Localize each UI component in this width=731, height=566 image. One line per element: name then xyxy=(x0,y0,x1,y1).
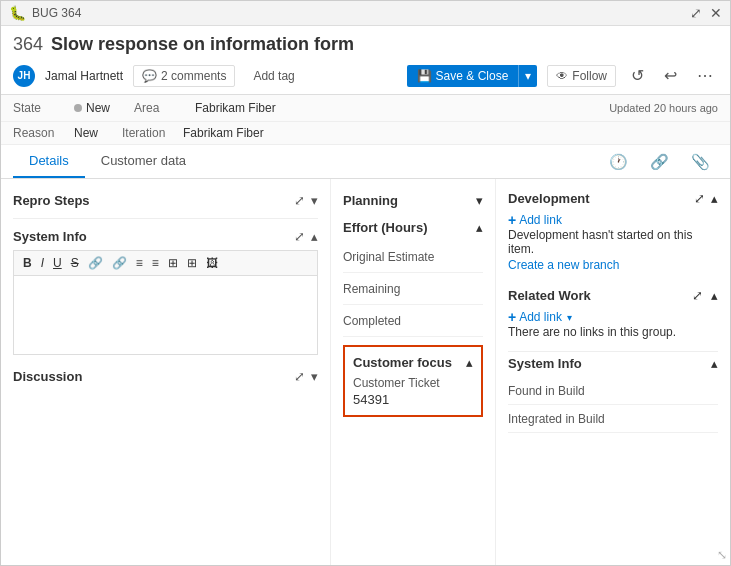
left-panel: Repro Steps ⤢ ▾ System Info ⤢ ▴ B I U S … xyxy=(1,179,331,566)
image-button[interactable]: 🖼 xyxy=(203,255,221,271)
more-icon[interactable]: ⋯ xyxy=(692,63,718,88)
tab-customer-data[interactable]: Customer data xyxy=(85,145,202,178)
repro-collapse-icon[interactable]: ▾ xyxy=(311,193,318,208)
comments-icon: 💬 xyxy=(142,69,157,83)
planning-collapse-icon[interactable]: ▾ xyxy=(476,193,483,208)
related-collapse-icon[interactable]: ▴ xyxy=(711,288,718,303)
system-info-controls: ⤢ ▴ xyxy=(294,229,318,244)
dev-add-link-label: Add link xyxy=(519,213,562,227)
discussion-controls: ⤢ ▾ xyxy=(294,369,318,384)
area-item: Area Fabrikam Fiber xyxy=(134,101,276,115)
bold-button[interactable]: B xyxy=(20,255,35,271)
customer-focus-header: Customer focus ▴ xyxy=(353,355,473,376)
dev-collapse-icon[interactable]: ▴ xyxy=(711,191,718,206)
save-close-label: Save & Close xyxy=(436,69,509,83)
add-tag-button[interactable]: Add tag xyxy=(245,66,302,86)
meta-row-2: Reason New Iteration Fabrikam Fiber xyxy=(1,122,730,145)
history-icon[interactable]: 🕐 xyxy=(601,149,636,175)
list-button[interactable]: ≡ xyxy=(133,255,146,271)
insert-link-button[interactable]: 🔗 xyxy=(109,255,130,271)
editor-toolbar: B I U S 🔗 🔗 ≡ ≡ ⊞ ⊞ 🖼 xyxy=(13,250,318,275)
bug-name: Slow response on information form xyxy=(51,34,354,55)
repro-expand-icon[interactable]: ⤢ xyxy=(294,193,305,208)
system-info-header: System Info ⤢ ▴ xyxy=(13,223,318,250)
sys-expand-icon[interactable]: ⤢ xyxy=(294,229,305,244)
tab-details[interactable]: Details xyxy=(13,145,85,178)
reason-value[interactable]: New xyxy=(74,126,98,140)
customer-ticket-value[interactable]: 54391 xyxy=(353,392,473,407)
strikethrough-button[interactable]: S xyxy=(68,255,82,271)
comments-count: 2 comments xyxy=(161,69,226,83)
related-add-link-button[interactable]: + Add link ▾ xyxy=(508,309,718,325)
toolbar: JH Jamal Hartnett 💬 2 comments Add tag 💾… xyxy=(13,63,718,88)
undo-icon[interactable]: ↩ xyxy=(659,63,682,88)
area-value[interactable]: Fabrikam Fiber xyxy=(195,101,276,115)
system-info-right-section: System Info ▴ Found in Build Integrated … xyxy=(508,351,718,433)
ordered-list-button[interactable]: ≡ xyxy=(149,255,162,271)
plus-icon: + xyxy=(508,212,516,228)
separator-1 xyxy=(13,218,318,219)
comments-button[interactable]: 💬 2 comments xyxy=(133,65,235,87)
completed-item: Completed xyxy=(343,305,483,337)
integrated-in-build-item: Integrated in Build xyxy=(508,405,718,433)
indent-button[interactable]: ⊞ xyxy=(165,255,181,271)
sys-collapse-icon[interactable]: ▴ xyxy=(311,229,318,244)
sys-info-right-header: System Info ▴ xyxy=(508,351,718,377)
sys-info-right-title: System Info xyxy=(508,356,582,371)
underline-button[interactable]: U xyxy=(50,255,65,271)
expand-icon[interactable]: ⤢ xyxy=(690,5,702,21)
related-dropdown-icon[interactable]: ▾ xyxy=(567,312,572,323)
title-bar-text: BUG 364 xyxy=(32,6,684,20)
middle-panel: Planning ▾ Effort (Hours) ▴ Original Est… xyxy=(331,179,496,566)
title-bar-actions: ⤢ ✕ xyxy=(690,5,722,21)
attachment-icon[interactable]: 📎 xyxy=(683,149,718,175)
dev-header-controls: ⤢ ▴ xyxy=(694,191,718,206)
save-close-dropdown[interactable]: ▾ xyxy=(518,65,537,87)
development-section: Development ⤢ ▴ + Add link Development h… xyxy=(508,187,718,272)
close-icon[interactable]: ✕ xyxy=(710,5,722,21)
outdent-button[interactable]: ⊞ xyxy=(184,255,200,271)
effort-header: Effort (Hours) ▴ xyxy=(343,214,483,241)
dev-message: Development hasn't started on this item. xyxy=(508,228,718,256)
follow-button[interactable]: 👁 Follow xyxy=(547,65,616,87)
save-icon: 💾 xyxy=(417,69,432,83)
save-close-main[interactable]: 💾 Save & Close xyxy=(407,65,519,87)
bug-id: 364 xyxy=(13,34,43,55)
reason-label: Reason xyxy=(13,126,68,140)
sys-collapse-icon[interactable]: ▴ xyxy=(711,356,718,371)
avatar: JH xyxy=(13,65,35,87)
related-add-link-label: Add link xyxy=(519,310,562,324)
title-bar: 🐛 BUG 364 ⤢ ✕ xyxy=(1,1,730,26)
state-value[interactable]: New xyxy=(74,101,110,115)
repro-steps-title: Repro Steps xyxy=(13,193,90,208)
planning-title: Planning xyxy=(343,193,398,208)
system-info-editor[interactable] xyxy=(13,275,318,355)
dev-action[interactable]: Create a new branch xyxy=(508,258,718,272)
customer-focus-collapse-icon[interactable]: ▴ xyxy=(466,355,473,370)
dev-expand-icon[interactable]: ⤢ xyxy=(694,191,705,206)
reason-item: Reason New xyxy=(13,126,98,140)
iteration-value[interactable]: Fabrikam Fiber xyxy=(183,126,264,140)
link-button[interactable]: 🔗 xyxy=(85,255,106,271)
bug-icon: 🐛 xyxy=(9,5,26,21)
effort-collapse-icon[interactable]: ▴ xyxy=(476,220,483,235)
link-icon[interactable]: 🔗 xyxy=(642,149,677,175)
save-close-button[interactable]: 💾 Save & Close ▾ xyxy=(407,65,538,87)
resize-handle[interactable]: ⤡ xyxy=(717,548,727,562)
user-name: Jamal Hartnett xyxy=(45,69,123,83)
italic-button[interactable]: I xyxy=(38,255,47,271)
discussion-header: Discussion ⤢ ▾ xyxy=(13,363,318,390)
disc-expand-icon[interactable]: ⤢ xyxy=(294,369,305,384)
related-work-title: Related Work xyxy=(508,288,591,303)
iteration-item: Iteration Fabrikam Fiber xyxy=(122,126,264,140)
repro-steps-header: Repro Steps ⤢ ▾ xyxy=(13,187,318,214)
related-work-header: Related Work ⤢ ▴ xyxy=(508,284,718,309)
customer-focus-box: Customer focus ▴ Customer Ticket 54391 xyxy=(343,345,483,417)
discussion-title: Discussion xyxy=(13,369,82,384)
related-expand-icon[interactable]: ⤢ xyxy=(692,288,703,303)
no-links-message: There are no links in this group. xyxy=(508,325,718,339)
customer-focus-title: Customer focus xyxy=(353,355,452,370)
dev-add-link-button[interactable]: + Add link xyxy=(508,212,718,228)
disc-collapse-icon[interactable]: ▾ xyxy=(311,369,318,384)
refresh-icon[interactable]: ↺ xyxy=(626,63,649,88)
